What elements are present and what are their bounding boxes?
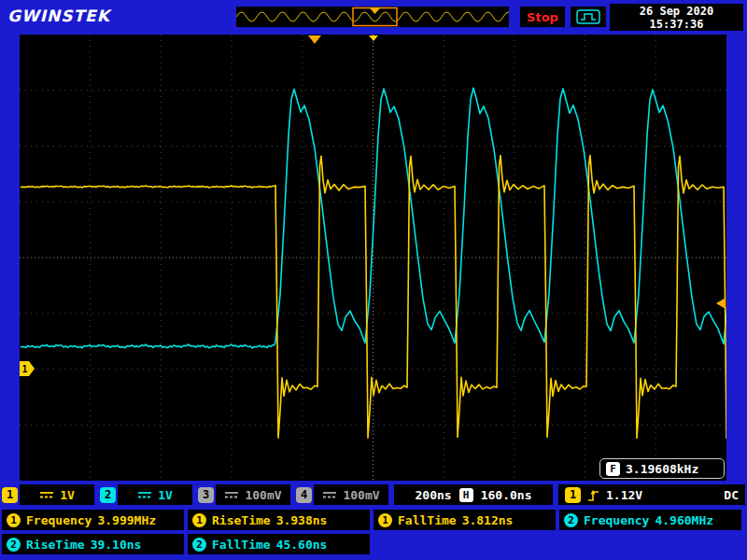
measurement-label: RiseTime [212,513,271,527]
scope-display: 1 [20,35,726,481]
measurement-label: Frequency [584,513,649,527]
preview-position-marker [370,7,381,14]
measurement-value: 4.960MHz [655,513,713,527]
channel-1-scale: 1V [60,488,75,502]
channel-cells: 11V21V3100mV4100mV [2,484,388,505]
channel-1-badge: 1 [2,487,18,503]
channel-1-scale-box: 1V [20,484,94,505]
measurement-risetime-ch2[interactable]: 2RiseTime39.10ns [2,534,184,554]
measurement-value: 3.812ns [462,513,514,527]
channel-2-scale: 1V [158,488,173,502]
trigger-box[interactable]: 1 1.12V DC [558,484,745,505]
brand-logo: GWINSTEK [7,7,110,25]
dc-coupling-icon [39,489,54,500]
timebase-box[interactable]: 200ns H 160.0ns [394,484,553,505]
measurement-falltime-ch2[interactable]: 2FallTime45.60ns [188,534,370,554]
trigger-position-marker[interactable] [308,35,321,44]
channel-3-scale: 100mV [245,488,281,502]
channel-4-badge: 4 [296,487,312,503]
measurement-value: 3.938ns [276,513,328,527]
measurement-label: Frequency [26,513,92,527]
measurement-label: FallTime [398,513,457,527]
trigger-coupling: DC [724,488,739,502]
acquisition-stop-indicator[interactable]: Stop [520,7,565,27]
dc-coupling-icon [137,489,152,500]
measurement-channel-badge: 1 [192,513,206,527]
measurement-row-2: 2RiseTime39.10ns2FallTime45.60ns [2,534,745,554]
trigger-source-badge: 1 [565,487,581,503]
measurement-value: 3.999MHz [97,513,156,527]
measurement-value: 39.10ns [91,538,142,552]
preview-sine-path [236,12,509,21]
dc-coupling-icon [322,489,337,500]
horizontal-badge: H [459,488,473,502]
status-bar: 11V21V3100mV4100mV 200ns H 160.0ns 1 1.1… [2,484,745,505]
channel-4-scale-box: 100mV [314,484,388,505]
channel-4-control[interactable]: 4100mV [296,484,388,505]
waveform-plot: 1 [20,35,726,481]
channel-3-badge: 3 [198,487,214,503]
frequency-counter-badge: F [606,462,620,476]
channel-4-scale: 100mV [343,488,379,502]
channel-2-control[interactable]: 21V [100,484,192,505]
measurement-label: RiseTime [26,538,85,552]
square-wave-icon [576,9,600,24]
measurement-channel-badge: 1 [7,513,21,527]
measurement-label: FallTime [212,538,271,552]
channel-2-scale-box: 1V [118,484,192,505]
measurement-row-1: 1Frequency3.999MHz1RiseTime3.938ns1FallT… [2,510,745,530]
dc-coupling-icon [224,489,239,500]
trigger-level-marker[interactable] [716,298,726,309]
measurement-risetime-ch1[interactable]: 1RiseTime3.938ns [188,510,370,530]
timebase-scale: 200ns [416,488,452,502]
measurement-frequency-ch1[interactable]: 1Frequency3.999MHz [2,510,184,530]
ch1-position-label: 1 [22,364,28,374]
ch1-trace [21,156,726,439]
ch2-trace [21,88,726,348]
time-label: 15:37:36 [650,18,704,31]
run-mode-button[interactable] [571,7,606,27]
channel-3-scale-box: 100mV [216,484,290,505]
date-label: 26 Sep 2020 [640,5,713,18]
measurement-frequency-ch2[interactable]: 2Frequency4.960MHz [559,510,741,530]
trigger-level: 1.12V [606,488,642,502]
channel-3-control[interactable]: 3100mV [198,484,290,505]
frequency-counter: F 3.19608kHz [599,458,725,479]
channel-1-control[interactable]: 11V [2,484,94,505]
measurement-channel-badge: 1 [378,513,392,527]
rising-edge-icon [587,488,599,502]
datetime-display: 26 Sep 2020 15:37:36 [610,4,743,31]
horizontal-preview[interactable] [236,7,509,27]
measurement-falltime-ch1[interactable]: 1FallTime3.812ns [374,510,556,530]
preview-waveform-icon [236,7,509,27]
channel-2-badge: 2 [100,487,116,503]
timebase-position: 160.0ns [481,488,532,502]
measurement-channel-badge: 2 [192,538,206,552]
measurement-value: 45.60ns [276,538,328,552]
frequency-counter-value: 3.19608kHz [626,462,698,476]
measurement-channel-badge: 2 [7,538,21,552]
measurement-channel-badge: 2 [564,513,578,527]
expansion-center-marker [369,35,378,41]
